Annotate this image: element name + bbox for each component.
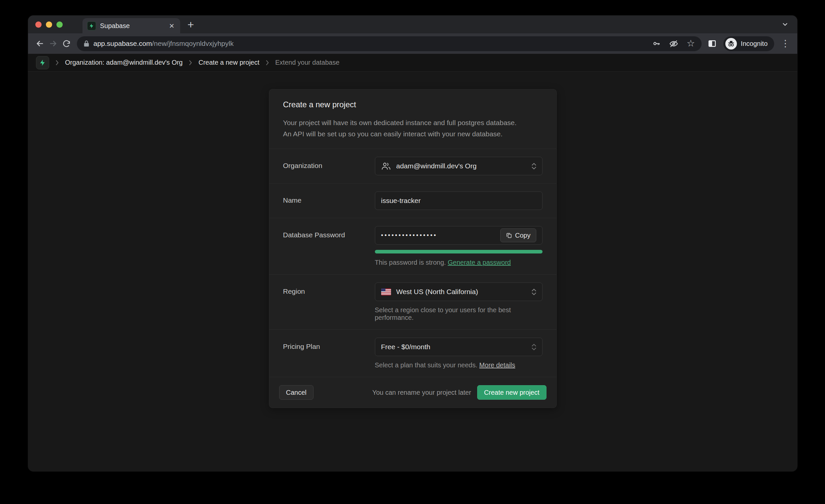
url-domain: app.supabase.com [93,40,152,47]
rename-note: You can rename your project later [372,389,471,397]
close-tab-icon[interactable]: × [168,21,175,30]
url-text: app.supabase.com/new/jfnsmqoynldvxjyhpyl… [93,40,234,48]
region-helper: Select a region close to your users for … [375,306,542,321]
browser-toolbar: app.supabase.com/new/jfnsmqoynldvxjyhpyl… [28,33,797,54]
region-value: West US (North California) [396,288,478,296]
side-panel-icon[interactable] [705,37,719,50]
tab-search-chevron-icon[interactable] [781,21,789,28]
window-controls [35,21,63,28]
create-project-button[interactable]: Create new project [477,385,546,400]
chevron-right-icon [265,59,269,66]
pricing-value: Free - $0/month [381,343,430,351]
pricing-select[interactable]: Free - $0/month [375,338,542,356]
name-value: issue-tracker [381,197,421,205]
select-chevrons-icon [532,289,536,295]
card-description-line2: An API will be set up so you can easily … [283,128,542,140]
name-input[interactable]: issue-tracker [375,192,542,210]
create-project-card: Create a new project Your project will h… [269,89,557,408]
select-chevrons-icon [532,163,536,169]
us-flag-icon [381,288,391,295]
url-path: /new/jfnsmqoynldvxjyhpylk [152,40,233,47]
chevron-right-icon [189,59,193,66]
address-bar-actions: ☆ [652,39,695,48]
forward-icon[interactable] [47,37,60,50]
chevron-right-icon [55,59,59,66]
lock-icon [83,40,89,47]
minimize-window-button[interactable] [46,21,52,28]
bookmark-star-icon[interactable]: ☆ [687,39,695,48]
card-header: Create a new project Your project will h… [269,89,556,149]
back-icon[interactable] [33,37,47,50]
pricing-row: Pricing Plan Free - $0/month Select a pl… [269,330,556,377]
password-input[interactable]: •••••••••••••••• Copy [375,226,542,244]
password-helper: This password is strong. Generate a pass… [375,259,542,266]
generate-password-link[interactable]: Generate a password [448,259,511,266]
refresh-icon[interactable] [60,37,73,50]
incognito-badge: Incognito [723,36,774,51]
copy-icon [506,232,512,239]
incognito-label: Incognito [741,40,768,48]
breadcrumb-item-extend-database[interactable]: Extend your database [275,59,340,66]
eye-off-icon[interactable] [669,39,678,48]
organization-value: adam@windmill.dev's Org [396,162,477,170]
password-strength-text: This password is strong. [375,259,448,266]
more-details-link[interactable]: More details [479,361,515,369]
password-row: Database Password •••••••••••••••• Copy … [269,218,556,274]
card-description-line1: Your project will have its own dedicated… [283,117,542,128]
zoom-window-button[interactable] [57,21,63,28]
card-description: Your project will have its own dedicated… [283,117,542,139]
password-label: Database Password [283,226,375,239]
organization-label: Organization [283,157,375,170]
password-strength-bar [375,250,542,254]
breadcrumb: Organization: adam@windmill.dev's Org Cr… [28,54,797,72]
page-content: Create a new project Your project will h… [28,72,797,471]
tab-strip: Supabase × + [28,15,797,33]
copy-password-button[interactable]: Copy [500,228,536,242]
browser-tab[interactable]: Supabase × [82,18,180,33]
name-row: Name issue-tracker [269,183,556,218]
copy-label: Copy [515,232,531,239]
pricing-label: Pricing Plan [283,338,375,351]
supabase-logo[interactable] [36,56,49,69]
users-icon [381,162,391,170]
organization-select[interactable]: adam@windmill.dev's Org [375,157,542,175]
page-title: Create a new project [283,100,542,109]
region-row: Region West US (North California) Select… [269,274,556,330]
new-tab-button[interactable]: + [188,19,194,30]
select-chevrons-icon [532,344,536,350]
password-masked-value: •••••••••••••••• [381,232,437,239]
password-key-icon[interactable] [652,39,661,48]
close-window-button[interactable] [35,21,42,28]
pricing-helper: Select a plan that suits your needs. Mor… [375,361,542,369]
pricing-helper-text: Select a plan that suits your needs. [375,361,479,369]
card-footer: Cancel You can rename your project later… [269,377,556,408]
address-bar[interactable]: app.supabase.com/new/jfnsmqoynldvxjyhpyl… [77,36,701,51]
region-select[interactable]: West US (North California) [375,283,542,301]
name-label: Name [283,192,375,204]
incognito-icon [725,38,737,50]
cancel-button[interactable]: Cancel [279,385,313,400]
supabase-favicon-icon [87,21,96,30]
tab-title: Supabase [100,22,164,30]
organization-row: Organization adam@windmill.dev's Org [269,149,556,183]
breadcrumb-item-organization[interactable]: Organization: adam@windmill.dev's Org [65,59,182,66]
breadcrumb-item-create-project[interactable]: Create a new project [198,59,259,66]
region-label: Region [283,283,375,295]
browser-window: Supabase × + app.supabase.com/new/jfnsmq… [28,15,797,471]
browser-menu-icon[interactable]: ⋮ [779,39,792,48]
